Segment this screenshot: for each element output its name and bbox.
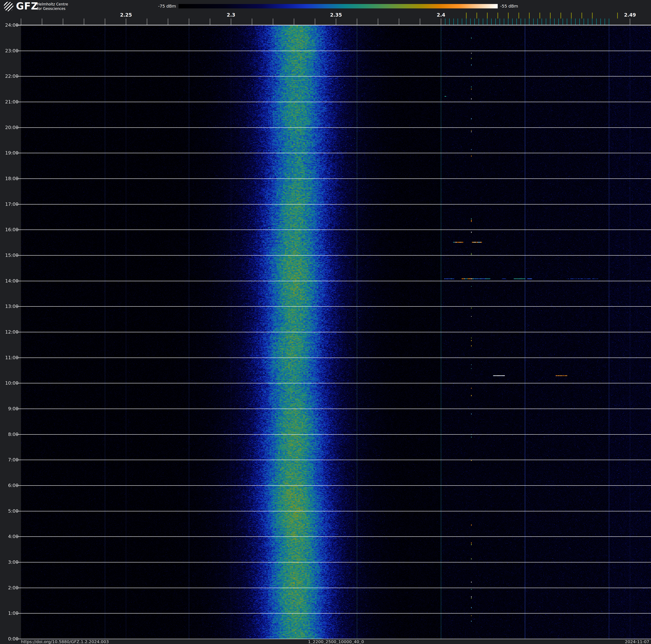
freq-minor-tick	[210, 19, 210, 25]
hour-gridline	[17, 230, 651, 230]
rf-spectrogram-app: GFZ Helmholtz Centre for Geosciences -75…	[0, 0, 651, 644]
time-label: 8:00	[2, 432, 19, 437]
time-label: 22:00	[2, 74, 19, 79]
time-label: 5:00	[2, 508, 19, 514]
wifi-channel-tick	[466, 12, 467, 19]
ble-channel-tick	[604, 19, 605, 25]
ble-channel-tick	[579, 19, 580, 25]
freq-minor-tick	[168, 19, 168, 25]
ble-channel-tick	[554, 19, 555, 25]
hour-gridline	[17, 76, 651, 77]
ble-channel-tick	[521, 19, 521, 25]
hour-gridline	[17, 613, 651, 614]
freq-minor-tick	[84, 19, 84, 25]
time-label: 10:00	[2, 380, 19, 386]
time-label: 16:00	[2, 227, 19, 232]
hour-gridline	[17, 153, 651, 153]
hour-gridline	[17, 332, 651, 332]
time-label: 4:00	[2, 534, 19, 539]
time-label: 15:00	[2, 253, 19, 258]
time-label: 7:00	[2, 457, 19, 463]
time-label: 21:00	[2, 99, 19, 105]
hour-gridline	[17, 127, 651, 128]
freq-minor-tick	[42, 19, 42, 25]
ble-channel-tick	[584, 19, 584, 25]
freq-minor-tick	[147, 19, 147, 25]
ble-channel-tick	[588, 19, 588, 25]
ble-channel-tick	[550, 19, 550, 25]
hour-gridline	[17, 51, 651, 51]
freq-label: 2.3	[218, 12, 244, 18]
ble-channel-tick	[491, 19, 492, 25]
ble-channel-tick	[512, 19, 513, 25]
ble-channel-tick	[483, 19, 483, 25]
time-label: 24:00	[2, 23, 19, 28]
wifi-channel-tick	[539, 12, 540, 19]
ble-channel-tick	[558, 19, 559, 25]
hour-gridline	[17, 536, 651, 537]
ble-channel-tick	[546, 19, 546, 25]
hour-gridline	[17, 383, 651, 383]
hour-gridline	[17, 562, 651, 562]
freq-minor-tick	[336, 19, 336, 25]
ble-channel-tick	[537, 19, 538, 25]
freq-minor-tick	[630, 19, 630, 25]
wifi-channel-tick	[519, 12, 519, 19]
wifi-channel-tick	[476, 12, 477, 19]
freq-label: 2.35	[323, 12, 349, 18]
ble-channel-tick	[445, 19, 445, 25]
ble-channel-tick	[541, 19, 542, 25]
hour-gridline	[17, 588, 651, 588]
freq-minor-tick	[420, 19, 420, 25]
footer-date: 2024-11-07	[21, 639, 649, 644]
freq-minor-tick	[126, 19, 126, 25]
wifi-channel-tick	[592, 12, 593, 19]
time-label: 13:00	[2, 304, 19, 309]
ble-channel-tick	[571, 19, 571, 25]
hour-gridline	[17, 281, 651, 281]
freq-minor-tick	[315, 19, 315, 25]
ble-channel-tick	[470, 19, 471, 25]
ble-channel-tick	[563, 19, 563, 25]
wifi-channel-tick	[617, 12, 618, 19]
wifi-channel-tick	[560, 12, 561, 19]
freq-minor-tick	[63, 19, 63, 25]
hour-gridline	[17, 511, 651, 511]
ble-channel-tick	[533, 19, 534, 25]
ble-channel-tick	[458, 19, 458, 25]
ble-channel-tick	[462, 19, 462, 25]
wifi-channel-tick	[550, 12, 551, 19]
org-name-line1: Helmholtz Centre	[37, 2, 68, 6]
hour-gridline	[17, 460, 651, 460]
ble-channel-tick	[495, 19, 496, 25]
ble-channel-tick	[504, 19, 504, 25]
time-label: 23:00	[2, 48, 19, 54]
ble-channel-tick	[525, 19, 525, 25]
ble-channel-tick	[449, 19, 450, 25]
freq-minor-tick	[357, 19, 357, 25]
brand-text: GFZ	[16, 0, 38, 12]
hour-gridline	[17, 357, 651, 358]
ble-channel-tick	[454, 19, 454, 25]
org-name-line2: for Geosciences	[37, 6, 68, 11]
wifi-channel-tick	[497, 12, 498, 19]
ble-channel-tick	[600, 19, 601, 25]
time-label: 11:00	[2, 355, 19, 360]
ble-channel-tick	[609, 19, 609, 25]
gfz-logo-icon	[4, 2, 13, 11]
ble-channel-tick	[487, 19, 488, 25]
wifi-channel-tick	[529, 12, 530, 19]
time-label: 14:00	[2, 278, 19, 284]
hour-gridline	[17, 409, 651, 409]
org-name: Helmholtz Centre for Geosciences	[37, 2, 68, 11]
freq-minor-tick	[231, 19, 231, 25]
freq-label: 2.49	[617, 12, 643, 18]
hour-gridline	[17, 434, 651, 435]
time-label: 20:00	[2, 125, 19, 130]
colorbar-min-label: -75 dBm	[145, 4, 176, 8]
wifi-channel-tick	[571, 12, 571, 19]
time-label: 9:00	[2, 406, 19, 412]
freq-minor-tick	[273, 19, 273, 25]
hour-gridline	[17, 204, 651, 205]
wifi-channel-tick	[487, 12, 488, 19]
